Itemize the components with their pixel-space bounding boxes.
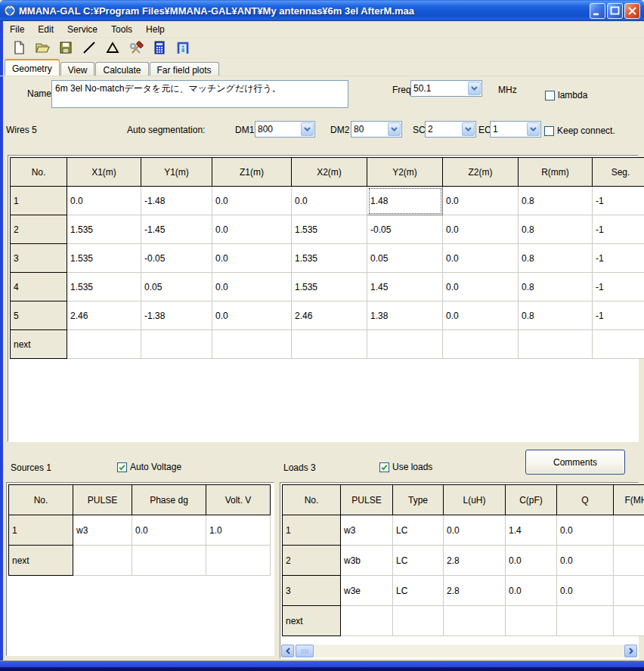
cell[interactable]: 2.8 — [444, 546, 506, 576]
row-header[interactable]: next — [11, 330, 67, 359]
cell[interactable]: 0.8 — [519, 215, 593, 244]
save-icon[interactable] — [57, 39, 75, 57]
tab-geometry[interactable]: Geometry — [5, 59, 60, 76]
checkbox-box[interactable] — [544, 126, 554, 136]
cell[interactable]: 0.8 — [519, 187, 593, 215]
cell[interactable] — [519, 330, 593, 359]
cell[interactable]: 0.0 — [443, 244, 519, 273]
chevron-down-icon[interactable] — [388, 122, 401, 136]
freq-combobox[interactable]: 50.1 — [410, 80, 482, 97]
dm2-combobox[interactable]: 80 — [351, 121, 402, 138]
cell[interactable]: 0.0 — [443, 301, 519, 330]
title-bar[interactable]: MMANA-GAL C:¥Program Files¥MMANA-GAL¥ANT… — [0, 0, 644, 21]
cell[interactable]: -1 — [593, 215, 644, 244]
name-input[interactable]: 6m 3el No-matchデータを元に、マッチングだけ行う。 — [51, 80, 348, 108]
cell[interactable]: 0.8 — [519, 244, 593, 273]
cell[interactable]: LC — [393, 546, 444, 576]
checkbox-box[interactable] — [379, 462, 389, 472]
menu-help[interactable]: Help — [139, 23, 172, 36]
tab-calculate[interactable]: Calculate — [95, 62, 148, 76]
cell[interactable] — [212, 330, 292, 359]
chevron-down-icon[interactable] — [527, 122, 540, 136]
row-header[interactable]: 3 — [283, 576, 341, 606]
cell[interactable]: LC — [393, 576, 444, 606]
cell[interactable] — [593, 330, 644, 359]
cell[interactable] — [141, 330, 212, 359]
cell[interactable]: 0.0 — [506, 546, 557, 576]
cell[interactable]: 1.535 — [292, 273, 367, 301]
menu-service[interactable]: Service — [60, 23, 104, 36]
cell[interactable]: 0.0 — [557, 515, 614, 546]
scroll-right-icon[interactable] — [624, 645, 637, 657]
cell[interactable] — [614, 546, 644, 576]
cell[interactable] — [557, 606, 614, 636]
tab-view[interactable]: View — [60, 62, 95, 76]
use-loads-checkbox[interactable]: Use loads — [379, 462, 432, 472]
row-header[interactable]: 5 — [11, 301, 67, 330]
calculator-icon[interactable] — [150, 39, 169, 57]
maximize-button[interactable] — [607, 3, 623, 19]
cell[interactable]: 1.45 — [367, 273, 443, 301]
wire-edit-icon[interactable] — [80, 39, 98, 57]
cell[interactable] — [614, 576, 644, 606]
cell[interactable] — [73, 546, 132, 576]
cell[interactable]: -1 — [593, 244, 644, 273]
cell[interactable]: -1.38 — [141, 301, 212, 330]
cell[interactable]: 1.535 — [67, 244, 141, 273]
cell[interactable]: 0.0 — [292, 187, 367, 215]
cell[interactable]: 1.535 — [292, 215, 367, 244]
cell[interactable]: 0.0 — [132, 515, 206, 546]
cell[interactable]: 0.0 — [443, 187, 519, 215]
cell[interactable]: 1.48 — [367, 187, 443, 215]
cell[interactable]: -1 — [593, 301, 644, 330]
plot-viewer-icon[interactable] — [174, 39, 192, 57]
cell[interactable] — [614, 606, 644, 636]
ec-combobox[interactable]: 1 — [490, 121, 541, 138]
antenna-view-icon[interactable] — [104, 39, 122, 57]
cell[interactable]: 0.0 — [443, 215, 519, 244]
cell[interactable]: 0.8 — [519, 301, 593, 330]
menu-edit[interactable]: Edit — [31, 23, 60, 36]
row-header[interactable]: next — [9, 546, 73, 576]
row-header[interactable]: 1 — [9, 515, 73, 546]
cell[interactable]: 0.0 — [212, 215, 292, 244]
cell[interactable]: 0.0 — [212, 244, 292, 273]
setup-tools-icon[interactable] — [127, 39, 145, 57]
row-header[interactable]: 1 — [11, 187, 67, 215]
menu-file[interactable]: File — [3, 23, 31, 36]
cell[interactable] — [444, 606, 506, 636]
cell[interactable]: 0.0 — [444, 515, 506, 546]
cell[interactable] — [341, 606, 393, 636]
minimize-button[interactable] — [590, 3, 605, 19]
cell[interactable] — [506, 606, 557, 636]
cell[interactable]: w3e — [341, 576, 393, 606]
scroll-left-icon[interactable] — [281, 645, 294, 657]
cell[interactable]: 0.0 — [443, 273, 519, 301]
chevron-down-icon[interactable] — [462, 122, 475, 136]
cell[interactable]: 0.0 — [557, 576, 614, 606]
cell[interactable] — [443, 330, 519, 359]
cell[interactable]: -0.05 — [141, 244, 212, 273]
menu-tools[interactable]: Tools — [104, 23, 139, 36]
cell[interactable]: w3 — [341, 515, 393, 546]
row-header[interactable]: 2 — [283, 546, 341, 576]
cell[interactable]: 0.0 — [557, 546, 614, 576]
cell[interactable]: 2.8 — [444, 576, 506, 606]
row-header[interactable]: 2 — [11, 215, 67, 244]
cell[interactable]: 2.46 — [67, 301, 141, 330]
cell[interactable] — [614, 515, 644, 546]
cell[interactable]: w3 — [73, 515, 132, 546]
close-button[interactable] — [624, 3, 640, 19]
row-header[interactable]: 3 — [11, 244, 67, 273]
new-file-icon[interactable] — [10, 39, 28, 57]
cell[interactable]: -1 — [593, 187, 644, 215]
cell[interactable]: w3b — [341, 546, 393, 576]
row-header[interactable]: 4 — [11, 273, 67, 301]
cell[interactable]: 0.05 — [141, 273, 212, 301]
auto-voltage-checkbox[interactable]: Auto Voltage — [117, 462, 181, 472]
cell[interactable]: 2.46 — [292, 301, 367, 330]
lambda-checkbox[interactable]: lambda — [545, 90, 587, 100]
cell[interactable] — [67, 330, 141, 359]
row-header[interactable]: next — [283, 606, 341, 636]
scrollbar-thumb[interactable] — [296, 645, 314, 657]
